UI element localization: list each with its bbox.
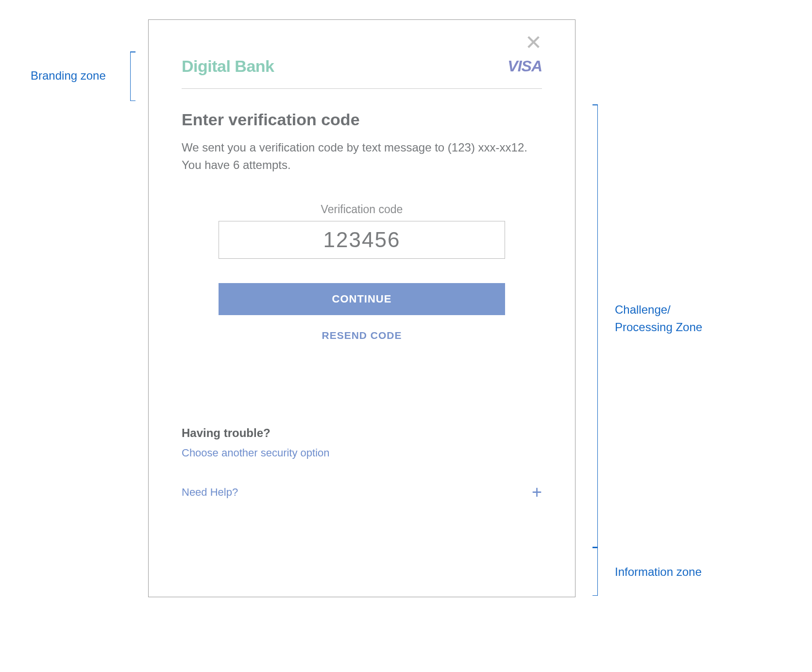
bank-logo: Digital Bank [182, 57, 274, 76]
bracket-branding [130, 51, 131, 101]
trouble-section: Having trouble? Choose another security … [182, 426, 542, 459]
close-icon[interactable]: ✕ [525, 33, 542, 52]
code-input-label: Verification code [182, 203, 542, 216]
branding-zone: Digital Bank VISA [182, 52, 542, 88]
bracket-challenge [597, 104, 598, 547]
help-row[interactable]: Need Help? + [182, 484, 542, 501]
divider [182, 88, 542, 89]
plus-icon[interactable]: + [532, 484, 542, 501]
annotation-info: Information zone [615, 565, 702, 579]
choose-another-option-link[interactable]: Choose another security option [182, 447, 330, 459]
visa-logo: VISA [508, 57, 542, 75]
bracket-info [597, 547, 598, 596]
need-help-link[interactable]: Need Help? [182, 486, 238, 499]
instruction-text: We sent you a verification code by text … [182, 139, 542, 174]
verification-dialog: ✕ Digital Bank VISA Enter verification c… [148, 19, 575, 597]
annotation-challenge: Challenge/ Processing Zone [615, 301, 702, 336]
code-section: Verification code CONTINUE RESEND CODE [182, 203, 542, 341]
diagram-canvas: Branding zone Challenge/ Processing Zone… [0, 0, 812, 672]
continue-button[interactable]: CONTINUE [219, 283, 505, 315]
annotation-branding: Branding zone [31, 69, 106, 83]
trouble-heading: Having trouble? [182, 426, 542, 440]
verification-code-input[interactable] [219, 221, 505, 259]
page-title: Enter verification code [182, 110, 542, 129]
resend-code-button[interactable]: RESEND CODE [321, 330, 402, 341]
close-row: ✕ [182, 33, 542, 52]
